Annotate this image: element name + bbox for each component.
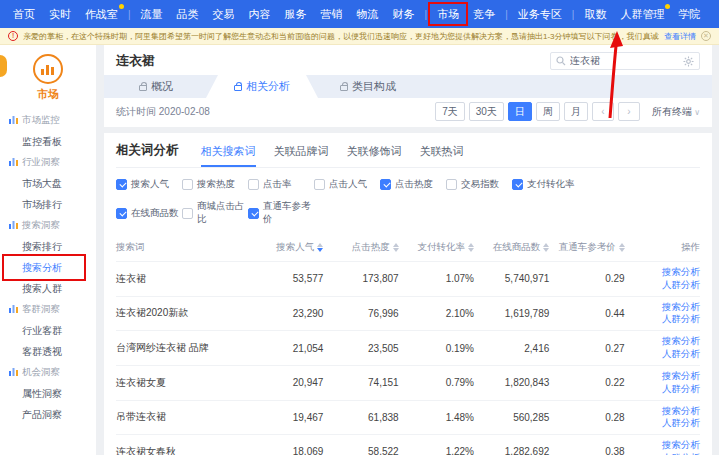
sidebar-item-产品洞察[interactable]: 产品洞察 (0, 404, 96, 425)
subtab-关联热词[interactable]: 关联热词 (420, 144, 464, 167)
filter-label: 交易指数 (461, 178, 499, 191)
nav-item-实时[interactable]: 实时 (42, 0, 78, 28)
chart-icon (9, 157, 18, 168)
checkbox-unchecked[interactable] (446, 179, 457, 190)
checkbox-checked[interactable] (116, 179, 127, 190)
sidebar-item-搜索人群[interactable]: 搜索人群 (0, 278, 96, 299)
nav-item-作战室[interactable]: 作战室 (78, 0, 125, 28)
column-header-直通车参考价[interactable]: 直通车参考价 (549, 234, 624, 262)
checkbox-checked[interactable] (380, 179, 391, 190)
action-搜索分析[interactable]: 搜索分析 (625, 266, 700, 279)
nav-item-学院[interactable]: 学院 (671, 0, 707, 28)
sort-carets-icon[interactable] (317, 243, 323, 252)
nav-item-业务专区[interactable]: 业务专区 (511, 0, 569, 28)
notice-detail-link[interactable]: 查看详情 (664, 31, 696, 42)
filter-交易指数[interactable]: 交易指数 (446, 178, 512, 191)
cell-value: 20,947 (248, 365, 323, 400)
filter-点击率[interactable]: 点击率 (248, 178, 314, 191)
nav-item-流量[interactable]: 流量 (134, 0, 170, 28)
filter-在线商品数[interactable]: 在线商品数 (116, 200, 182, 226)
cell-search-word: 连衣裙女夏 (116, 365, 248, 400)
column-header-点击热度[interactable]: 点击热度 (323, 234, 398, 262)
action-搜索分析[interactable]: 搜索分析 (625, 370, 700, 383)
cell-search-word: 连衣裙女春秋 (116, 435, 248, 455)
range-button-月[interactable]: 月 (564, 102, 588, 121)
keyword-search-box[interactable] (550, 52, 700, 70)
action-搜索分析[interactable]: 搜索分析 (625, 405, 700, 418)
gear-icon[interactable] (683, 56, 694, 67)
nav-item-竞争[interactable]: 竞争 (466, 0, 502, 28)
action-搜索分析[interactable]: 搜索分析 (625, 439, 700, 452)
cell-value: 2,416 (474, 331, 549, 366)
nav-item-物流[interactable]: 物流 (350, 0, 386, 28)
module-logo-label: 市场 (0, 87, 96, 102)
related-words-table: 搜索词搜索人气点击热度支付转化率在线商品数直通车参考价操作连衣裙53,57717… (116, 234, 700, 455)
tab-相关分析[interactable]: 相关分析 (206, 75, 318, 98)
module-logo: 市场 (0, 45, 96, 102)
keyword-search-input[interactable] (570, 56, 679, 67)
checkbox-unchecked[interactable] (182, 179, 193, 190)
checkbox-checked[interactable] (512, 179, 523, 190)
filter-点击人气[interactable]: 点击人气 (314, 178, 380, 191)
filter-搜索人气[interactable]: 搜索人气 (116, 178, 182, 191)
tab-概况[interactable]: 概况 (106, 75, 206, 98)
sidebar-group-label: 机会洞察 (22, 366, 60, 379)
range-button-30天[interactable]: 30天 (469, 102, 504, 121)
tab-类目构成[interactable]: 类目构成 (318, 75, 418, 98)
market-logo-icon (33, 54, 63, 84)
action-人群分析[interactable]: 人群分析 (625, 417, 700, 430)
sidebar-item-属性洞察[interactable]: 属性洞察 (0, 383, 96, 404)
sidebar-item-行业客群[interactable]: 行业客群 (0, 320, 96, 341)
subtab-关联品牌词[interactable]: 关联品牌词 (274, 144, 329, 167)
nav-item-取数[interactable]: 取数 (577, 0, 613, 28)
nav-item-市场[interactable]: 市场 (430, 0, 466, 28)
sidebar-collapse-tag[interactable] (0, 55, 7, 77)
sort-carets-icon[interactable] (393, 243, 399, 252)
filter-支付转化率[interactable]: 支付转化率 (512, 178, 578, 191)
checkbox-checked[interactable] (116, 208, 127, 219)
filter-点击热度[interactable]: 点击热度 (380, 178, 446, 191)
filter-商城点击占比[interactable]: 商城点击占比 (182, 200, 248, 226)
range-button-周[interactable]: 周 (536, 102, 560, 121)
sidebar-item-搜索分析[interactable]: 搜索分析 (0, 257, 96, 278)
sort-carets-icon[interactable] (619, 243, 625, 252)
action-人群分析[interactable]: 人群分析 (625, 383, 700, 396)
nav-item-内容[interactable]: 内容 (242, 0, 278, 28)
nav-item-首页[interactable]: 首页 (6, 0, 42, 28)
close-icon[interactable]: ✕ (701, 31, 711, 41)
action-人群分析[interactable]: 人群分析 (625, 313, 700, 326)
cell-value: 1,282,692 (474, 435, 549, 455)
subtab-相关搜索词[interactable]: 相关搜索词 (201, 144, 256, 167)
nav-item-人群管理[interactable]: 人群管理 (613, 0, 671, 28)
next-button[interactable]: › (618, 102, 640, 121)
sidebar-item-监控看板[interactable]: 监控看板 (0, 131, 96, 152)
nav-item-财务[interactable]: 财务 (386, 0, 422, 28)
nav-item-营销[interactable]: 营销 (314, 0, 350, 28)
nav-item-交易[interactable]: 交易 (206, 0, 242, 28)
action-人群分析[interactable]: 人群分析 (625, 279, 700, 292)
range-button-7天[interactable]: 7天 (435, 102, 465, 121)
checkbox-unchecked[interactable] (182, 208, 193, 219)
range-button-日[interactable]: 日 (508, 102, 532, 121)
checkbox-unchecked[interactable] (248, 179, 259, 190)
nav-item-品类[interactable]: 品类 (170, 0, 206, 28)
checkbox-checked[interactable] (248, 208, 259, 219)
sidebar-item-市场大盘[interactable]: 市场大盘 (0, 173, 96, 194)
prev-button[interactable]: ‹ (592, 102, 614, 121)
sort-carets-icon[interactable] (468, 243, 474, 252)
column-header-支付转化率[interactable]: 支付转化率 (399, 234, 474, 262)
terminal-select[interactable]: 所有终端 ∨ (652, 105, 700, 119)
column-header-在线商品数[interactable]: 在线商品数 (474, 234, 549, 262)
action-搜索分析[interactable]: 搜索分析 (625, 301, 700, 314)
filter-直通车参考价[interactable]: 直通车参考价 (248, 200, 314, 226)
nav-item-服务[interactable]: 服务 (278, 0, 314, 28)
subtab-关联修饰词[interactable]: 关联修饰词 (347, 144, 402, 167)
checkbox-unchecked[interactable] (314, 179, 325, 190)
column-header-搜索人气[interactable]: 搜索人气 (248, 234, 323, 262)
filter-搜索热度[interactable]: 搜索热度 (182, 178, 248, 191)
sort-carets-icon[interactable] (543, 243, 549, 252)
sidebar-item-客群透视[interactable]: 客群透视 (0, 341, 96, 362)
sidebar-item-市场排行[interactable]: 市场排行 (0, 194, 96, 215)
action-搜索分析[interactable]: 搜索分析 (625, 335, 700, 348)
action-人群分析[interactable]: 人群分析 (625, 348, 700, 361)
